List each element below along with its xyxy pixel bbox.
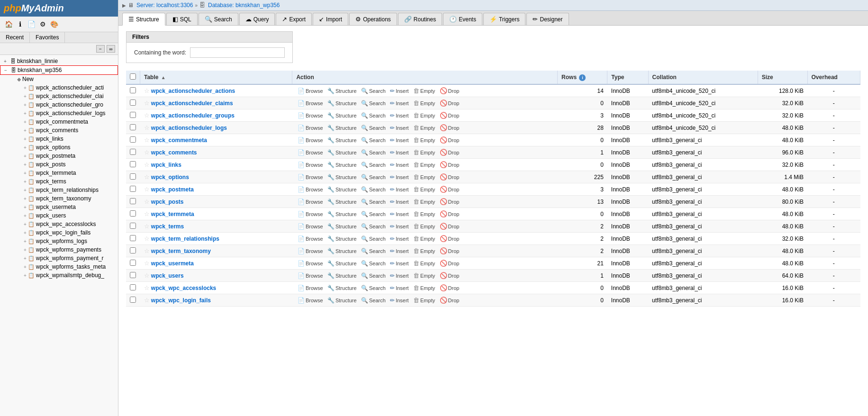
empty-btn[interactable]: 🗑Empty (412, 124, 436, 132)
insert-btn[interactable]: ✏Insert (389, 99, 410, 107)
drop-btn[interactable]: 🚫Drop (438, 284, 461, 292)
empty-btn[interactable]: 🗑Empty (412, 259, 436, 267)
star-icon[interactable]: ☆ (144, 87, 150, 94)
sidebar-item-wpck_wpforms_logs[interactable]: +📋wpck_wpforms_logs (0, 237, 118, 245)
structure-btn[interactable]: 🔧Structure (326, 149, 358, 156)
structure-btn[interactable]: 🔧Structure (326, 223, 358, 230)
row-checkbox-14[interactable] (130, 260, 136, 266)
sidebar-item-wpck_wpforms_tasks_meta[interactable]: +📋wpck_wpforms_tasks_meta (0, 262, 118, 271)
browse-btn[interactable]: 📄Browse (296, 297, 325, 304)
tab-sql[interactable]: ◧ SQL (166, 13, 198, 25)
star-icon[interactable]: ☆ (144, 161, 150, 168)
sidebar-item-wpck_links[interactable]: +📋wpck_links (0, 135, 118, 143)
search-btn[interactable]: 🔍Search (360, 223, 387, 230)
insert-btn[interactable]: ✏Insert (389, 149, 410, 156)
search-btn[interactable]: 🔍Search (360, 124, 387, 132)
structure-btn[interactable]: 🔧Structure (326, 235, 358, 243)
search-btn[interactable]: 🔍Search (360, 136, 387, 144)
tab-structure[interactable]: ☰ Structure (122, 13, 165, 26)
sidebar-item-wpck_posts[interactable]: +📋wpck_posts (0, 160, 118, 169)
structure-btn[interactable]: 🔧Structure (326, 161, 358, 169)
table-name-link[interactable]: wpck_postmeta (151, 186, 194, 193)
structure-btn[interactable]: 🔧Structure (326, 210, 358, 218)
search-btn[interactable]: 🔍Search (360, 297, 387, 304)
star-icon[interactable]: ☆ (144, 99, 150, 107)
browse-btn[interactable]: 📄Browse (296, 136, 325, 144)
sidebar-item-wpck_actionscheduler_acti[interactable]: +📋wpck_actionscheduler_acti (0, 83, 118, 92)
breadcrumb-database[interactable]: Database: bknskhan_wp356 (208, 2, 280, 9)
row-checkbox-15[interactable] (130, 272, 136, 278)
info-icon[interactable]: ℹ (15, 19, 25, 29)
drop-btn[interactable]: 🚫Drop (438, 259, 461, 267)
empty-btn[interactable]: 🗑Empty (412, 111, 436, 119)
table-name-link[interactable]: wpck_wpc_login_fails (151, 297, 211, 304)
table-name-link[interactable]: wpck_users (151, 272, 184, 279)
empty-btn[interactable]: 🗑Empty (412, 235, 436, 243)
drop-btn[interactable]: 🚫Drop (438, 222, 461, 230)
drop-btn[interactable]: 🚫Drop (438, 185, 461, 193)
browse-btn[interactable]: 📄Browse (296, 260, 325, 267)
sidebar-item-wpck_comments[interactable]: +📋wpck_comments (0, 126, 118, 135)
browse-btn[interactable]: 📄Browse (296, 210, 325, 218)
tab-search[interactable]: 🔍 Search (199, 13, 238, 25)
tab-query[interactable]: ☁ Query (239, 13, 275, 25)
search-btn[interactable]: 🔍Search (360, 173, 387, 181)
table-name-link[interactable]: wpck_actionscheduler_claims (151, 100, 233, 107)
search-btn[interactable]: 🔍Search (360, 247, 387, 255)
row-checkbox-1[interactable] (130, 99, 136, 106)
drop-btn[interactable]: 🚫Drop (438, 148, 461, 156)
sidebar-item-bknskhan-linnie[interactable]: + 🗄 bknskhan_linnie (0, 57, 118, 65)
table-name-link[interactable]: wpck_actionscheduler_logs (151, 125, 227, 131)
tab-import[interactable]: ↙ Import (313, 13, 348, 25)
empty-btn[interactable]: 🗑Empty (412, 173, 436, 181)
tab-operations[interactable]: ⚙ Operations (349, 13, 397, 25)
sidebar-item-wpck_postmeta[interactable]: +📋wpck_postmeta (0, 152, 118, 160)
star-icon[interactable]: ☆ (144, 235, 150, 242)
row-checkbox-9[interactable] (130, 198, 136, 204)
sidebar-item-wpck_actionscheduler_logs[interactable]: +📋wpck_actionscheduler_logs (0, 109, 118, 118)
sidebar-item-New[interactable]: ◆New (0, 75, 118, 83)
star-icon[interactable]: ☆ (144, 124, 150, 131)
empty-btn[interactable]: 🗑Empty (412, 185, 436, 193)
tab-export[interactable]: ↗ Export (276, 13, 312, 25)
table-name-link[interactable]: wpck_term_relationships (151, 235, 219, 242)
star-icon[interactable]: ☆ (144, 297, 150, 304)
sidebar-item-wpck_usermeta[interactable]: +📋wpck_usermeta (0, 203, 118, 211)
empty-btn[interactable]: 🗑Empty (412, 284, 436, 292)
browse-btn[interactable]: 📄Browse (296, 173, 325, 181)
row-checkbox-5[interactable] (130, 149, 136, 155)
table-name-link[interactable]: wpck_term_taxonomy (151, 248, 211, 254)
sidebar-item-wpck_term_relationships[interactable]: +📋wpck_term_relationships (0, 186, 118, 194)
empty-btn[interactable]: 🗑Empty (412, 296, 436, 304)
insert-btn[interactable]: ✏Insert (389, 272, 410, 280)
star-icon[interactable]: ☆ (144, 198, 150, 205)
star-icon[interactable]: ☆ (144, 223, 150, 230)
search-btn[interactable]: 🔍Search (360, 99, 387, 107)
rows-info-icon[interactable]: i (579, 74, 586, 81)
star-icon[interactable]: ☆ (144, 210, 150, 217)
insert-btn[interactable]: ✏Insert (389, 247, 410, 255)
row-checkbox-7[interactable] (130, 173, 136, 180)
search-btn[interactable]: 🔍Search (360, 272, 387, 280)
empty-btn[interactable]: 🗑Empty (412, 210, 436, 218)
table-name-link[interactable]: wpck_termmeta (151, 211, 194, 217)
table-name-link[interactable]: wpck_usermeta (151, 260, 194, 267)
search-btn[interactable]: 🔍Search (360, 284, 387, 292)
sidebar-item-wpck_wpc_login_fails[interactable]: +📋wpck_wpc_login_fails (0, 228, 118, 237)
insert-btn[interactable]: ✏Insert (389, 223, 410, 230)
sidebar-item-wpck_wpc_accesslocks[interactable]: +📋wpck_wpc_accesslocks (0, 220, 118, 228)
browse-btn[interactable]: 📄Browse (296, 235, 325, 243)
row-checkbox-11[interactable] (130, 223, 136, 229)
row-checkbox-4[interactable] (130, 136, 136, 143)
tab-designer[interactable]: ✏ Designer (526, 13, 569, 25)
empty-btn[interactable]: 🗑Empty (412, 271, 436, 280)
star-icon[interactable]: ☆ (144, 112, 150, 119)
empty-btn[interactable]: 🗑Empty (412, 148, 436, 156)
structure-btn[interactable]: 🔧Structure (326, 136, 358, 144)
table-name-link[interactable]: wpck_actionscheduler_actions (151, 88, 235, 94)
sidebar-item-wpck_terms[interactable]: +📋wpck_terms (0, 177, 118, 186)
row-checkbox-10[interactable] (130, 210, 136, 217)
structure-btn[interactable]: 🔧Structure (326, 124, 358, 132)
table-name-link[interactable]: wpck_links (151, 162, 181, 168)
drop-btn[interactable]: 🚫Drop (438, 173, 461, 181)
